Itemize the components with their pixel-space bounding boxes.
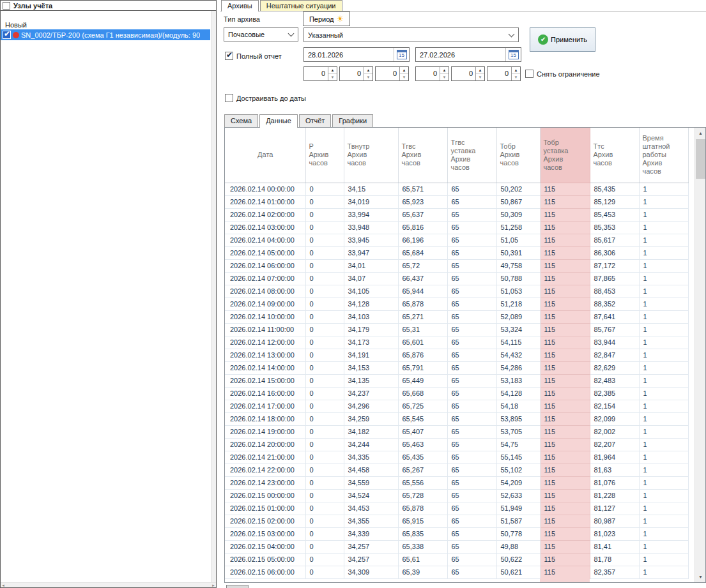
stepper-down-icon[interactable]: ▼	[476, 74, 484, 80]
stepper-down-icon[interactable]: ▼	[400, 74, 408, 80]
grid-vertical-scrollbar[interactable]: ▲ ▼	[694, 128, 705, 582]
scroll-up-icon[interactable]: ▲	[695, 128, 706, 139]
table-row[interactable]: 2026.02.14 13:00:00034,19165,8766554,432…	[225, 349, 688, 361]
table-row[interactable]: 2026.02.14 18:00:00034,25965,5456553,895…	[225, 412, 688, 425]
bottom-button-fragment[interactable]	[226, 585, 249, 588]
column-header-p[interactable]: Р Архив часов	[305, 128, 344, 183]
scroll-right-icon[interactable]: ►	[211, 584, 215, 587]
stepper-down-icon[interactable]: ▼	[328, 74, 337, 80]
table-cell: 0	[305, 527, 344, 540]
scroll-left-icon[interactable]: ◄	[1, 584, 5, 587]
table-cell: 1	[639, 489, 688, 502]
time-to-hours-stepper[interactable]: 0 ▲▼	[415, 66, 449, 81]
table-row[interactable]: 2026.02.14 14:00:00034,15365,7916554,286…	[225, 361, 688, 374]
stepper-down-icon[interactable]: ▼	[440, 74, 449, 80]
scrollbar-thumb[interactable]	[696, 139, 705, 179]
column-header-date[interactable]: Дата	[225, 128, 305, 183]
tab-graphs[interactable]: Графики	[332, 114, 373, 127]
column-header-tvnutr[interactable]: Твнутр Архив часов	[344, 128, 398, 183]
table-cell: 87,865	[590, 272, 639, 285]
tab-scheme[interactable]: Схема	[224, 114, 258, 127]
table-row[interactable]: 2026.02.14 16:00:00034,23765,6686554,128…	[225, 387, 688, 400]
nodes-vertical-scrollbar[interactable]	[211, 11, 216, 582]
stepper-buttons: ▲▼	[364, 67, 372, 80]
table-row[interactable]: 2026.02.14 03:00:00033,94865,8166551,258…	[225, 221, 688, 234]
table-row[interactable]: 2026.02.14 09:00:00034,12865,8786551,218…	[225, 298, 688, 310]
table-cell: 2026.02.14 04:00:00	[225, 234, 305, 246]
table-row[interactable]: 2026.02.14 07:00:00034,0766,4376550,7881…	[225, 272, 688, 285]
tab-data[interactable]: Данные	[259, 114, 298, 128]
table-row[interactable]: 2026.02.14 21:00:00034,33565,4356555,145…	[225, 451, 688, 464]
time-to-minutes-stepper[interactable]: 0 ▲▼	[451, 66, 485, 81]
table-row[interactable]: 2026.02.15 06:00:00034,30965,396550,6211…	[225, 566, 688, 578]
table-cell: 88,352	[590, 298, 639, 310]
table-row[interactable]: 2026.02.14 11:00:00034,17965,316553,3241…	[225, 323, 688, 336]
table-row[interactable]: 2026.02.15 04:00:00034,25765,3386549,881…	[225, 540, 688, 553]
time-from-seconds-stepper[interactable]: 0 ▲▼	[375, 66, 409, 81]
table-row[interactable]: 2026.02.14 12:00:00034,17365,6016554,115…	[225, 336, 688, 349]
table-row[interactable]: 2026.02.14 17:00:00034,29665,7256554,181…	[225, 400, 688, 412]
full-report-checkbox[interactable]	[225, 52, 233, 60]
table-row[interactable]: 2026.02.14 19:00:00034,18265,4076553,705…	[225, 425, 688, 438]
table-row[interactable]: 2026.02.15 01:00:00034,45365,8786551,949…	[225, 502, 688, 515]
table-cell: 115	[540, 451, 590, 464]
column-header-tts[interactable]: Ттс Архив часов	[590, 128, 639, 183]
tab-report[interactable]: Отчёт	[299, 114, 331, 127]
table-row[interactable]: 2026.02.14 23:00:00034,55965,5566554,209…	[225, 476, 688, 489]
archive-type-combobox[interactable]: Почасовые	[224, 27, 298, 41]
column-header-tgvs[interactable]: Тгвс Архив часов	[398, 128, 447, 183]
time-from-minutes-stepper[interactable]: 0 ▲▼	[339, 66, 373, 81]
date-from-value: 28.01.2026	[308, 51, 343, 59]
stepper-up-icon[interactable]: ▲	[328, 67, 337, 74]
table-row[interactable]: 2026.02.14 22:00:00034,45865,2676555,102…	[225, 464, 688, 476]
table-row[interactable]: 2026.02.14 20:00:00034,24465,4636554,751…	[225, 438, 688, 451]
table-row[interactable]: 2026.02.14 01:00:00034,01965,9236550,867…	[225, 195, 688, 208]
extend-to-date-option[interactable]: Достраивать до даты	[225, 94, 306, 102]
table-row[interactable]: 2026.02.14 02:00:00033,99465,6376550,309…	[225, 208, 688, 221]
table-row[interactable]: 2026.02.14 00:00:00034,1565,5716550,2021…	[225, 183, 688, 195]
table-row[interactable]: 2026.02.14 15:00:00034,13565,4496553,183…	[225, 374, 688, 387]
stepper-up-icon[interactable]: ▲	[476, 67, 484, 74]
date-to-picker[interactable]: 27.02.2026 15	[415, 47, 521, 62]
table-row[interactable]: 2026.02.15 05:00:00034,25765,616550,6221…	[225, 553, 688, 566]
column-header-tobr-ustavka[interactable]: Тобр уставка Архив часов	[540, 128, 590, 183]
stepper-up-icon[interactable]: ▲	[440, 67, 449, 74]
nodes-select-all-checkbox[interactable]	[3, 2, 10, 10]
scroll-down-icon[interactable]: ▼	[695, 571, 706, 582]
period-button[interactable]: Период ☀	[303, 11, 350, 26]
table-cell: 1	[639, 515, 688, 527]
table-cell: 115	[540, 323, 590, 336]
table-row[interactable]: 2026.02.14 05:00:00033,94765,6846550,391…	[225, 246, 688, 259]
table-row[interactable]: 2026.02.14 10:00:00034,10365,2716552,089…	[225, 310, 688, 323]
tree-item-checkbox[interactable]	[3, 31, 11, 39]
no-limit-checkbox[interactable]	[525, 70, 533, 78]
date-from-calendar-button[interactable]: 15	[394, 48, 409, 61]
date-to-calendar-button[interactable]: 15	[505, 48, 521, 61]
table-row[interactable]: 2026.02.14 06:00:00034,0165,726549,75811…	[225, 259, 688, 272]
column-header-tgvs-ustavka[interactable]: Тгвс уставка Архив часов	[447, 128, 496, 183]
stepper-up-icon[interactable]: ▲	[364, 67, 372, 74]
column-header-uptime[interactable]: Время штатной работы Архив часов	[639, 128, 688, 183]
table-row[interactable]: 2026.02.15 02:00:00034,35565,9156551,587…	[225, 515, 688, 527]
date-from-picker[interactable]: 28.01.2026 15	[303, 47, 410, 62]
stepper-down-icon[interactable]: ▼	[364, 74, 372, 80]
nodes-horizontal-scrollbar[interactable]: ◄ ►	[1, 582, 216, 587]
stepper-up-icon[interactable]: ▲	[400, 67, 408, 74]
time-to-seconds-stepper[interactable]: 0 ▲▼	[487, 66, 521, 81]
tree-item-device[interactable]: SN_0002/ТБР-200 (схема Г1 независимая)/(…	[1, 29, 210, 40]
stepper-down-icon[interactable]: ▼	[512, 74, 520, 80]
stepper-up-icon[interactable]: ▲	[512, 67, 520, 74]
no-limit-option[interactable]: Снять ограничение	[525, 70, 600, 78]
tab-incidents[interactable]: Нештатные ситуации	[260, 0, 342, 11]
apply-button[interactable]: ✔ Применить	[530, 27, 595, 52]
extend-to-date-checkbox[interactable]	[225, 94, 233, 102]
table-row[interactable]: 2026.02.15 03:00:00034,33965,8356550,778…	[225, 527, 688, 540]
column-header-tobr[interactable]: Тобр Архив часов	[496, 128, 540, 183]
table-row[interactable]: 2026.02.14 08:00:00034,10565,9446551,053…	[225, 285, 688, 298]
period-mode-combobox[interactable]: Указанный	[303, 27, 519, 42]
tab-archives[interactable]: Архивы	[221, 0, 259, 11]
full-report-option[interactable]: Полный отчет	[225, 52, 282, 60]
time-from-hours-stepper[interactable]: 0 ▲▼	[303, 66, 337, 81]
table-row[interactable]: 2026.02.15 00:00:00034,52465,7286552,633…	[225, 489, 688, 502]
table-row[interactable]: 2026.02.14 04:00:00033,94566,1966551,051…	[225, 234, 688, 246]
